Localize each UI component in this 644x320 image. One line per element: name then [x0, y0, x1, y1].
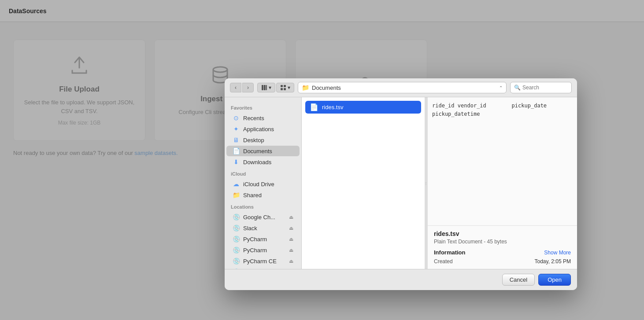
location-bar[interactable]: 📁 Documents ⌃ — [298, 82, 507, 93]
recents-label: Recents — [243, 115, 264, 121]
recents-icon: ⊙ — [233, 114, 240, 121]
google-chrome-eject-icon[interactable]: ⏏ — [289, 214, 293, 220]
svg-rect-3 — [266, 85, 267, 90]
nav-forward-button[interactable]: › — [242, 83, 254, 92]
sidebar-item-downloads[interactable]: ⬇ Downloads — [226, 157, 300, 167]
sidebar-item-pycharm1[interactable]: 💿 PyCharm ⏏ — [226, 234, 300, 244]
cancel-button[interactable]: Cancel — [502, 274, 535, 286]
svg-rect-4 — [281, 85, 283, 87]
desktop-label: Desktop — [243, 137, 264, 143]
shared-label: Shared — [243, 192, 262, 199]
sidebar-item-documents[interactable]: 📄 Documents — [226, 146, 300, 156]
sidebar-item-desktop[interactable]: 🖥 Desktop — [226, 135, 300, 145]
preview-filename: rides.tsv — [434, 230, 571, 237]
sidebar-item-slack[interactable]: 💿 Slack ⏏ — [226, 223, 300, 233]
pycharm2-icon: 💿 — [233, 246, 240, 254]
svg-rect-2 — [264, 85, 266, 90]
preview-content: ride_id vendor_id pickup_date pickup_dat… — [428, 97, 577, 226]
created-value: Today, 2:05 PM — [535, 258, 571, 265]
sidebar-item-google-chrome[interactable]: 💿 Google Ch... ⏏ — [226, 212, 300, 222]
search-input[interactable] — [522, 85, 568, 91]
sidebar-item-recents[interactable]: ⊙ Recents — [226, 113, 300, 123]
slack-icon: 💿 — [233, 224, 240, 232]
applications-icon: ✦ — [233, 125, 240, 132]
view-buttons: ▾ ▾ — [257, 83, 294, 92]
pycharm-ce-eject-icon[interactable]: ⏏ — [289, 258, 293, 264]
pycharm-ce-label: PyCharm CE — [243, 258, 277, 265]
dialog-body: Favorites ⊙ Recents ✦ Applications 🖥 Des… — [225, 97, 577, 269]
sidebar-item-pycharm2[interactable]: 💿 PyCharm ⏏ — [226, 245, 300, 255]
search-bar[interactable]: 🔍 — [510, 82, 572, 93]
preview-info-header: Information Show More — [434, 249, 571, 256]
file-list: 📄 rides.tsv — [302, 97, 425, 269]
pycharm1-icon: 💿 — [233, 235, 240, 243]
search-icon: 🔍 — [514, 85, 521, 91]
pycharm-ce-icon: 💿 — [233, 257, 240, 265]
pycharm2-label: PyCharm — [243, 247, 267, 254]
google-chrome-icon: 💿 — [233, 213, 240, 221]
svg-rect-1 — [262, 85, 263, 90]
folder-icon: 📁 — [302, 84, 309, 91]
view-grid-button[interactable]: ▾ — [276, 83, 294, 92]
nav-buttons: ‹ › — [230, 83, 254, 92]
preview-filetype: Plain Text Document - 45 bytes — [434, 239, 571, 245]
dialog-toolbar: ‹ › ▾ ▾ 📁 Documents ⌃ 🔍 — [225, 78, 577, 97]
file-area: 📄 rides.tsv — [302, 97, 425, 269]
open-button[interactable]: Open — [538, 274, 571, 286]
preview-info: rides.tsv Plain Text Document - 45 bytes… — [428, 226, 577, 269]
dialog-footer: Cancel Open — [225, 269, 577, 290]
applications-label: Applications — [243, 126, 274, 132]
svg-rect-7 — [284, 88, 286, 90]
preview-info-label: Information — [434, 249, 466, 256]
pycharm2-eject-icon[interactable]: ⏏ — [289, 247, 293, 253]
sidebar-item-applications[interactable]: ✦ Applications — [226, 124, 300, 134]
view-columns-button[interactable]: ▾ — [257, 83, 275, 92]
google-chrome-label: Google Ch... — [243, 214, 275, 221]
documents-label: Documents — [243, 148, 272, 154]
downloads-icon: ⬇ — [233, 158, 240, 166]
sidebar-item-pycharm-ce[interactable]: 💿 PyCharm CE ⏏ — [226, 256, 300, 266]
icloud-section-label: iCloud — [225, 168, 301, 178]
location-chevron-icon: ⌃ — [499, 85, 503, 90]
preview-text: ride_id vendor_id pickup_date pickup_dat… — [432, 102, 573, 118]
file-picker-dialog: ‹ › ▾ ▾ 📁 Documents ⌃ 🔍 — [225, 78, 577, 290]
grid-chevron-icon: ▾ — [288, 85, 290, 91]
icloud-drive-label: iCloud Drive — [243, 181, 274, 188]
svg-rect-5 — [284, 85, 286, 87]
pycharm1-label: PyCharm — [243, 236, 267, 243]
favorites-section-label: Favorites — [225, 102, 301, 112]
sidebar-item-icloud-drive[interactable]: ☁ iCloud Drive — [226, 179, 300, 189]
locations-section-label: Locations — [225, 201, 301, 211]
preview-created-row: Created Today, 2:05 PM — [434, 258, 571, 265]
icloud-drive-icon: ☁ — [233, 180, 240, 188]
slack-label: Slack — [243, 225, 257, 232]
preview-panel: ride_id vendor_id pickup_date pickup_dat… — [427, 97, 577, 269]
tsv-file-icon: 📄 — [310, 103, 318, 111]
created-label: Created — [434, 258, 453, 265]
nav-back-button[interactable]: ‹ — [230, 83, 241, 92]
desktop-icon: 🖥 — [233, 136, 240, 143]
svg-rect-6 — [281, 88, 283, 90]
pycharm1-eject-icon[interactable]: ⏏ — [289, 236, 293, 242]
sidebar: Favorites ⊙ Recents ✦ Applications 🖥 Des… — [225, 97, 302, 269]
slack-eject-icon[interactable]: ⏏ — [289, 225, 293, 231]
file-item-rides-tsv[interactable]: 📄 rides.tsv — [305, 101, 421, 114]
location-text: Documents — [312, 85, 496, 91]
view-chevron-icon: ▾ — [269, 85, 271, 91]
sidebar-item-shared[interactable]: 📁 Shared — [226, 190, 300, 200]
shared-icon: 📁 — [233, 191, 240, 199]
show-more-button[interactable]: Show More — [544, 250, 571, 256]
downloads-label: Downloads — [243, 159, 271, 166]
file-item-name: rides.tsv — [322, 104, 343, 110]
documents-icon: 📄 — [233, 147, 240, 154]
